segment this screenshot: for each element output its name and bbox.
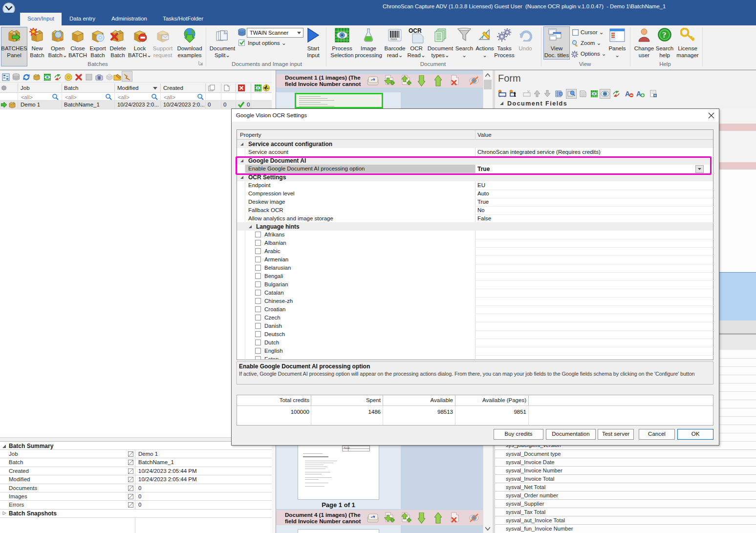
svg-text:?: ? — [662, 30, 667, 40]
svg-text:A: A — [636, 90, 641, 98]
svg-text:A: A — [625, 90, 630, 98]
svg-text:01101: 01101 — [390, 38, 397, 41]
svg-text:t: t — [514, 90, 516, 98]
svg-text:OCR: OCR — [409, 28, 422, 34]
